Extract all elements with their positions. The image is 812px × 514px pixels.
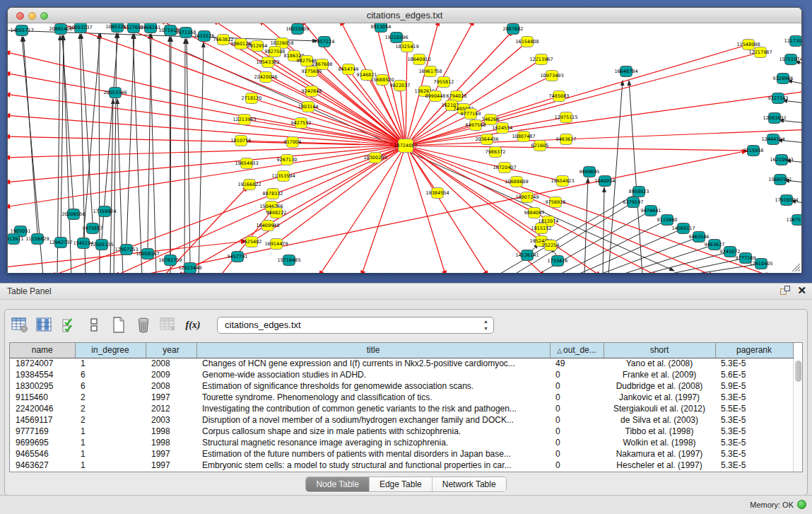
new-file-icon[interactable] bbox=[110, 317, 128, 334]
table-cell[interactable]: 22420046 bbox=[10, 403, 75, 414]
table-cell[interactable]: 9463627 bbox=[10, 460, 75, 471]
close-panel-icon[interactable]: ✕ bbox=[797, 286, 806, 296]
table-cell[interactable]: 18300295 bbox=[10, 380, 75, 392]
table-row[interactable]: 977716911998Corpus callosum shape and si… bbox=[10, 426, 793, 437]
table-cell[interactable]: 5.5E-5 bbox=[715, 403, 793, 414]
column-header-title[interactable]: title bbox=[196, 343, 550, 358]
table-cell[interactable]: Stergiakouli et al. (2012) bbox=[604, 403, 715, 414]
table-cell[interactable]: 0 bbox=[550, 437, 604, 448]
table-cell[interactable]: 0 bbox=[550, 380, 604, 392]
table-cell[interactable]: Franke et al. (2009) bbox=[604, 369, 715, 380]
table-cell[interactable]: 9465546 bbox=[10, 448, 75, 460]
table-cell[interactable]: 1997 bbox=[146, 392, 196, 403]
table-cell[interactable]: 2 bbox=[75, 392, 146, 403]
column-header-name[interactable]: name bbox=[10, 343, 75, 358]
window-titlebar[interactable]: citations_edges.txt bbox=[8, 8, 801, 23]
network-canvas[interactable]: 1405571720891406100532371065325715276028… bbox=[8, 23, 801, 273]
table-cell[interactable]: 1998 bbox=[146, 426, 196, 437]
table-cell[interactable]: 0 bbox=[550, 448, 604, 460]
table-cell[interactable]: Corpus callosum shape and size in male p… bbox=[196, 426, 550, 437]
table-cell[interactable]: Wolkin et al. (1998) bbox=[604, 437, 715, 448]
table-cell[interactable]: 0 bbox=[550, 460, 604, 471]
table-cell[interactable]: 0 bbox=[550, 403, 604, 414]
table-cell[interactable]: 0 bbox=[550, 392, 604, 403]
table-cell[interactable]: 5.3E-5 bbox=[715, 437, 793, 448]
table-cell[interactable]: 5.3E-5 bbox=[715, 358, 793, 369]
table-cell[interactable]: Tourette syndrome. Phenomenology and cla… bbox=[196, 392, 550, 403]
table-cell[interactable]: 2008 bbox=[146, 380, 196, 392]
show-columns-icon[interactable] bbox=[35, 317, 54, 334]
table-cell[interactable]: 9115460 bbox=[10, 392, 75, 403]
table-selector-dropdown[interactable]: citations_edges.txt ▲▼ bbox=[217, 317, 494, 334]
row-boxes-icon[interactable] bbox=[85, 317, 103, 334]
table-cell[interactable]: 19384554 bbox=[10, 369, 75, 380]
column-header-in_degree[interactable]: in_degree bbox=[75, 343, 146, 358]
table-cell[interactable]: 1997 bbox=[146, 460, 196, 471]
table-cell[interactable]: Disruption of a novel member of a sodium… bbox=[196, 414, 550, 426]
table-row[interactable]: 969969511998Structural magnetic resonanc… bbox=[10, 437, 793, 448]
table-cell[interactable]: Changes of HCN gene expression and I(f) … bbox=[196, 358, 550, 369]
table-cell[interactable]: 1 bbox=[75, 358, 146, 369]
table-cell[interactable]: 5.9E-5 bbox=[715, 380, 793, 392]
float-panel-icon[interactable] bbox=[780, 286, 790, 296]
table-row[interactable]: 1456911722003Disruption of a novel membe… bbox=[10, 414, 793, 426]
column-header-pagerank[interactable]: pagerank bbox=[715, 343, 793, 358]
table-scrollbar[interactable] bbox=[793, 358, 802, 472]
resize-grip[interactable] bbox=[792, 264, 800, 271]
table-cell[interactable]: 0 bbox=[550, 369, 604, 380]
table-cell[interactable]: 1 bbox=[75, 448, 146, 460]
table-cell[interactable]: 2009 bbox=[146, 369, 196, 380]
table-cell[interactable]: 6 bbox=[75, 369, 146, 380]
table-cell[interactable]: Estimation of significance thresholds fo… bbox=[196, 380, 550, 392]
table-cell[interactable]: Investigating the contribution of common… bbox=[196, 403, 550, 414]
network-graph[interactable]: 1405571720891406100532371065325715276028… bbox=[8, 23, 801, 273]
table-row[interactable]: 1830029562008Estimation of significance … bbox=[10, 380, 793, 392]
column-header-short[interactable]: short bbox=[604, 343, 715, 358]
trash-icon[interactable] bbox=[134, 317, 153, 334]
table-cell[interactable]: 5.3E-5 bbox=[715, 426, 793, 437]
table-cell[interactable]: 2012 bbox=[146, 403, 196, 414]
table-cell[interactable]: Structural magnetic resonance image aver… bbox=[196, 437, 550, 448]
table-cell[interactable]: Hescheler et al. (1997) bbox=[604, 460, 715, 471]
table-cell[interactable]: 2003 bbox=[146, 414, 196, 426]
table-cell[interactable]: 14569117 bbox=[10, 414, 75, 426]
table-cell[interactable]: 0 bbox=[550, 414, 604, 426]
table-cell[interactable]: Nakamura et al. (1997) bbox=[604, 448, 715, 460]
table-cell[interactable]: de Silva et al. (2003) bbox=[604, 414, 715, 426]
table-cell[interactable]: 5.3E-5 bbox=[715, 460, 793, 471]
table-cell[interactable]: Yano et al. (2008) bbox=[604, 358, 715, 369]
function-builder-icon[interactable]: f(x) bbox=[184, 317, 202, 334]
table-cell[interactable]: Jankovic et al. (1997) bbox=[604, 392, 715, 403]
table-row[interactable]: 1872400712008Changes of HCN gene express… bbox=[10, 358, 793, 369]
table-row[interactable]: 946362711997Embryonic stem cells: a mode… bbox=[10, 460, 793, 471]
table-cell[interactable]: 18724007 bbox=[10, 358, 75, 369]
tab-network-table[interactable]: Network Table bbox=[433, 477, 506, 491]
table-scrollbar-thumb[interactable] bbox=[795, 361, 801, 382]
table-cell[interactable]: Embryonic stem cells: a model to study s… bbox=[196, 460, 550, 471]
tab-edge-table[interactable]: Edge Table bbox=[370, 477, 433, 491]
table-settings-icon[interactable] bbox=[11, 317, 29, 334]
table-cell[interactable]: Dudbridge et al. (2008) bbox=[604, 380, 715, 392]
table-row[interactable]: 946554611997Estimation of the future num… bbox=[10, 448, 793, 460]
select-rows-icon[interactable] bbox=[60, 317, 78, 334]
table-cell[interactable]: 9777169 bbox=[10, 426, 75, 437]
memory-indicator-dot[interactable] bbox=[797, 500, 806, 509]
table-cell[interactable]: 9699695 bbox=[10, 437, 75, 448]
table-cell[interactable]: 2008 bbox=[146, 358, 196, 369]
table-cell[interactable]: Genome-wide association studies in ADHD. bbox=[196, 369, 550, 380]
table-cell[interactable]: 1997 bbox=[146, 448, 196, 460]
table-cell[interactable]: 1 bbox=[75, 437, 146, 448]
table-cell[interactable]: 5.3E-5 bbox=[715, 448, 793, 460]
column-header-year[interactable]: year bbox=[146, 343, 196, 358]
table-cell[interactable]: Estimation of the future numbers of pati… bbox=[196, 448, 550, 460]
table-cell[interactable]: 2 bbox=[75, 403, 146, 414]
table-cell[interactable]: 2 bbox=[75, 414, 146, 426]
table-cell[interactable]: Tibbo et al. (1998) bbox=[604, 426, 715, 437]
table-row[interactable]: 911546021997Tourette syndrome. Phenomeno… bbox=[10, 392, 793, 403]
table-cell[interactable]: 1 bbox=[75, 460, 146, 471]
column-header-out_de[interactable]: △out_de... bbox=[550, 343, 604, 358]
table-row[interactable]: 1938455462009Genome-wide association stu… bbox=[10, 369, 793, 380]
table-cell[interactable]: 5.6E-5 bbox=[715, 369, 793, 380]
table-cell[interactable]: 6 bbox=[75, 380, 146, 392]
table-cell[interactable]: 49 bbox=[550, 358, 604, 369]
